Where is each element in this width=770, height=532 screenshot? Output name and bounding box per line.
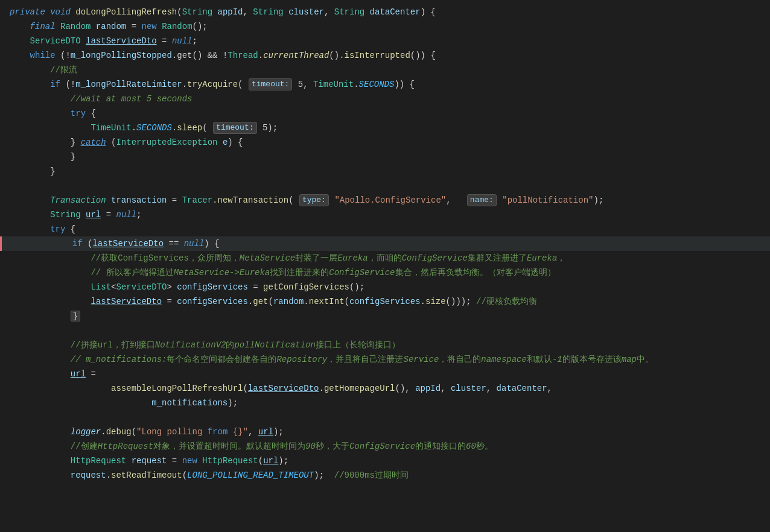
line-content: List<ServiceDTO> configServices = getCon…	[0, 280, 770, 294]
line-content	[0, 324, 770, 337]
line-content	[0, 411, 770, 424]
line-content: //限流	[0, 63, 770, 77]
code-line: //拼接url，打到接口NotificationV2的pollNotificat…	[0, 338, 770, 352]
code-line: private void doLongPollingRefresh(String…	[0, 5, 770, 19]
code-line: // m_notifications:每个命名空间都会创建各自的Reposito…	[0, 352, 770, 367]
line-content: }	[0, 309, 770, 323]
line-content: // m_notifications:每个命名空间都会创建各自的Reposito…	[0, 353, 770, 366]
line-content: if (!m_longPollRateLimiter.tryAcquire( t…	[0, 78, 770, 91]
code-line: //限流	[0, 63, 770, 77]
code-line: }	[0, 164, 770, 179]
line-content: while (!m_longPollingStopped.get() && !T…	[0, 49, 770, 62]
code-line: if (!m_longPollRateLimiter.tryAcquire( t…	[0, 77, 770, 92]
line-content: try {	[0, 107, 770, 120]
code-line-highlighted: if (lastServiceDto == null) {	[0, 236, 770, 251]
line-content: assembleLongPollRefreshUrl(lastServiceDt…	[0, 382, 770, 395]
line-content: HttpRequest request = new HttpRequest(ur…	[0, 454, 770, 467]
line-content: String url = null;	[0, 208, 770, 221]
code-line: url =	[0, 367, 770, 381]
annotation-timeout2: timeout:	[213, 122, 256, 134]
code-line	[0, 410, 770, 425]
code-line: // 所以客户端得通过MetaService->Eureka找到注册进来的Con…	[0, 265, 770, 280]
line-content: //创建HttpRequest对象，并设置超时时间。默认超时时间为90秒，大于C…	[0, 440, 770, 453]
code-line: try {	[0, 222, 770, 236]
annotation-type: type:	[299, 194, 329, 206]
code-line: }	[0, 150, 770, 164]
line-content: //拼接url，打到接口NotificationV2的pollNotificat…	[0, 338, 770, 352]
code-line: assembleLongPollRefreshUrl(lastServiceDt…	[0, 381, 770, 396]
code-line: try {	[0, 106, 770, 121]
code-line: while (!m_longPollingStopped.get() && !T…	[0, 48, 770, 63]
line-content: } catch (InterruptedException e) {	[0, 136, 770, 149]
code-line: logger.debug("Long polling from {}", url…	[0, 425, 770, 439]
line-content	[0, 179, 770, 192]
annotation-name: name:	[467, 194, 497, 206]
code-line: ServiceDTO lastServiceDto = null;	[0, 34, 770, 48]
line-content: if (lastServiceDto == null) {	[2, 237, 770, 250]
line-content: lastServiceDto = configServices.get(rand…	[0, 295, 770, 308]
code-line: request.setReadTimeout(LONG_POLLING_READ…	[0, 468, 770, 483]
code-line: Transaction transaction = Tracer.newTran…	[0, 193, 770, 207]
code-line: } catch (InterruptedException e) {	[0, 135, 770, 150]
code-line: final Random random = new Random();	[0, 19, 770, 34]
line-content: }	[0, 150, 770, 163]
code-line: TimeUnit.SECONDS.sleep( timeout: 5);	[0, 121, 770, 135]
line-content: m_notifications);	[0, 396, 770, 410]
code-line: String url = null;	[0, 207, 770, 222]
line-content: try {	[0, 223, 770, 236]
line-content: }	[0, 165, 770, 178]
line-content: Transaction transaction = Tracer.newTran…	[0, 194, 770, 207]
code-line: //创建HttpRequest对象，并设置超时时间。默认超时时间为90秒，大于C…	[0, 439, 770, 454]
line-content: //获取ConfigServices，众所周知，MetaService封装了一层…	[0, 252, 770, 265]
code-line: HttpRequest request = new HttpRequest(ur…	[0, 454, 770, 468]
line-content: logger.debug("Long polling from {}", url…	[0, 425, 770, 439]
code-line	[0, 323, 770, 338]
code-line	[0, 179, 770, 193]
code-line: //获取ConfigServices，众所周知，MetaService封装了一层…	[0, 251, 770, 265]
line-content: //wait at most 5 seconds	[0, 92, 770, 106]
line-content: request.setReadTimeout(LONG_POLLING_READ…	[0, 469, 770, 482]
code-line: lastServiceDto = configServices.get(rand…	[0, 294, 770, 309]
code-editor: private void doLongPollingRefresh(String…	[0, 0, 770, 487]
code-line: //wait at most 5 seconds	[0, 92, 770, 106]
line-content: final Random random = new Random();	[0, 20, 770, 33]
annotation-timeout: timeout:	[249, 78, 292, 90]
line-content: TimeUnit.SECONDS.sleep( timeout: 5);	[0, 121, 770, 135]
line-content: private void doLongPollingRefresh(String…	[0, 5, 770, 19]
line-content: ServiceDTO lastServiceDto = null;	[0, 34, 770, 48]
code-line: List<ServiceDTO> configServices = getCon…	[0, 280, 770, 294]
line-content: url =	[0, 367, 770, 381]
code-line: }	[0, 309, 770, 323]
code-line: m_notifications);	[0, 396, 770, 410]
line-content: // 所以客户端得通过MetaService->Eureka找到注册进来的Con…	[0, 266, 770, 279]
